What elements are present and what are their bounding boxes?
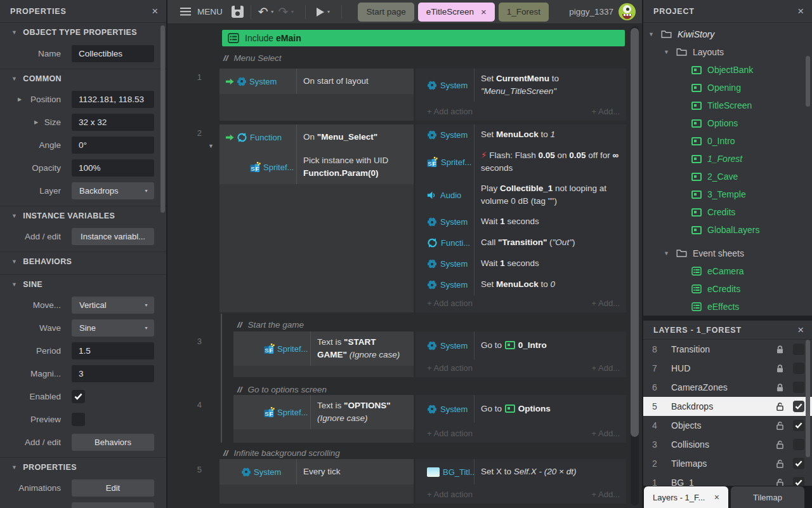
layer-row[interactable]: 2 Tilemaps: [643, 454, 812, 473]
action-row[interactable]: Audio Play Collectible_1 not looping at …: [416, 178, 626, 211]
tab-1-forest[interactable]: 1_Forest: [499, 3, 549, 22]
tree-item[interactable]: ▼ KiwiStory: [643, 25, 812, 43]
condition-row[interactable]: SF Spritef... Text is "OPTIONS" (Ignore …: [233, 395, 414, 429]
layer-row[interactable]: 7 HUD: [643, 359, 812, 378]
lock-icon[interactable]: [772, 402, 787, 411]
close-tab-icon[interactable]: ×: [481, 6, 487, 17]
comment[interactable]: //Start the game: [237, 320, 304, 330]
action-row[interactable]: SF Spritef... ⚡ Flash: Flash 0.05 on 0.0…: [416, 145, 626, 178]
action-row[interactable]: System Set CurrentMenu to "Menu_TitleScr…: [416, 69, 626, 102]
comment[interactable]: //Infinite background scrolling: [223, 448, 340, 458]
period-input[interactable]: [72, 342, 154, 359]
collapse-event-icon[interactable]: ▼: [208, 143, 214, 149]
visibility-checkbox[interactable]: [793, 477, 804, 486]
tree-item[interactable]: ▼ Event sheets: [643, 244, 812, 262]
avatar[interactable]: [619, 3, 636, 20]
position-input[interactable]: [72, 91, 154, 108]
magnitude-input[interactable]: [72, 365, 154, 382]
enabled-checkbox[interactable]: [72, 390, 85, 403]
tree-item[interactable]: ▼ Options: [643, 114, 812, 132]
project-scrollbar[interactable]: [806, 56, 810, 107]
action-row[interactable]: System Set MenuLock to 0: [416, 274, 626, 295]
preview-checkbox[interactable]: [72, 413, 85, 426]
lock-icon[interactable]: [772, 421, 787, 431]
name-input[interactable]: [72, 45, 154, 62]
preview-play-icon[interactable]: [317, 8, 324, 17]
close-icon[interactable]: ×: [797, 5, 804, 18]
tree-item[interactable]: ▼ eCredits: [643, 280, 812, 298]
animations-edit-button[interactable]: Edit: [72, 479, 154, 497]
hamburger-menu-icon[interactable]: [180, 8, 191, 16]
action-row[interactable]: System Set MenuLock to 1: [416, 124, 626, 145]
visibility-checkbox[interactable]: [793, 344, 804, 355]
add-action-link[interactable]: + Add action: [427, 107, 473, 116]
layer-row[interactable]: 5 Backdrops: [643, 397, 812, 416]
tree-item[interactable]: ▼ Opening: [643, 79, 812, 97]
properties-scrollbar[interactable]: [160, 25, 165, 213]
tree-item[interactable]: ▼ GlobalLayers: [643, 221, 812, 239]
section-sine[interactable]: ▼ SINE: [0, 274, 166, 293]
expand-right-icon[interactable]: ▶: [18, 97, 22, 102]
expand-arrow-icon[interactable]: ▼: [648, 31, 656, 37]
tree-item[interactable]: ▼ eCamera: [643, 262, 812, 280]
add-action-link[interactable]: + Add action: [427, 298, 473, 308]
include-event-sheet-banner[interactable]: Include eMain: [222, 30, 625, 46]
comment[interactable]: //Go to options screen: [237, 385, 327, 394]
instance-variables-button[interactable]: Instance variabl...: [72, 228, 154, 245]
movement-dropdown[interactable]: Vertical ▼: [72, 297, 154, 314]
add-action-link[interactable]: + Add action: [427, 429, 473, 438]
menu-button[interactable]: MENU: [197, 7, 223, 17]
undo-icon[interactable]: ↶: [258, 6, 268, 18]
add-link[interactable]: + Add...: [592, 363, 620, 373]
layer-row[interactable]: 1 BG_1: [643, 473, 812, 486]
play-dropdown-icon[interactable]: ▼: [326, 10, 331, 14]
behaviors-button[interactable]: Behaviors: [72, 434, 154, 451]
add-action-link[interactable]: + Add action: [427, 490, 473, 499]
section-common[interactable]: ▼ COMMON: [0, 69, 166, 88]
add-link[interactable]: + Add...: [592, 298, 620, 308]
add-action-link[interactable]: + Add action: [427, 363, 473, 373]
tree-item[interactable]: ▼ 1_Forest: [643, 150, 812, 168]
tree-item[interactable]: ▼ 2_Cave: [643, 168, 812, 185]
tree-item[interactable]: ▼ 0_Intro: [643, 132, 812, 150]
condition-row[interactable]: System On start of layout: [219, 69, 414, 94]
action-row[interactable]: BG_Titl... Set X to Self.X - (20 × dt): [416, 459, 626, 485]
event-sheet-scrollbar-thumb[interactable]: [631, 28, 639, 437]
visibility-checkbox[interactable]: [793, 420, 804, 431]
opacity-input[interactable]: [72, 159, 154, 177]
layers-scrollbar[interactable]: [806, 340, 810, 457]
tree-item[interactable]: ▼ TitleScreen: [643, 97, 812, 114]
tab-start-page[interactable]: Start page: [358, 3, 414, 22]
layer-row[interactable]: 3 Collisions: [643, 435, 812, 454]
action-row[interactable]: System Go to Options: [416, 395, 626, 423]
layer-row[interactable]: 6 CameraZones: [643, 378, 812, 397]
tree-item[interactable]: ▼ Credits: [643, 203, 812, 221]
lock-icon[interactable]: [772, 364, 787, 373]
lock-icon[interactable]: [772, 478, 787, 486]
visibility-checkbox[interactable]: [793, 382, 804, 393]
condition-row[interactable]: SF Spritef... Pick instance with UID Fun…: [219, 150, 414, 184]
tab-etitlescreen[interactable]: eTitleScreen ×: [418, 3, 495, 22]
condition-row[interactable]: SF Spritef... Text is "START GAME" (Igno…: [233, 331, 414, 366]
close-icon[interactable]: ×: [152, 5, 159, 18]
action-row[interactable]: System Wait 1 seconds: [416, 211, 626, 232]
action-row[interactable]: Functi... Call "Transition" ("Out"): [416, 232, 626, 253]
lock-icon[interactable]: [772, 345, 787, 354]
angle-input[interactable]: [72, 137, 154, 154]
partial-button[interactable]: [72, 502, 154, 508]
section-behaviors[interactable]: ▼ BEHAVIORS: [0, 251, 166, 271]
add-link[interactable]: + Add...: [592, 107, 620, 116]
lock-icon[interactable]: [772, 440, 787, 450]
wave-dropdown[interactable]: Sine ▼: [72, 319, 154, 337]
tree-item[interactable]: ▼ ObjectBank: [643, 61, 812, 79]
section-object-type-properties[interactable]: ▼ OBJECT TYPE PROPERTIES: [0, 23, 166, 42]
lock-icon[interactable]: [772, 383, 787, 392]
visibility-checkbox[interactable]: [793, 363, 804, 374]
tree-item[interactable]: ▼ eEffects: [643, 298, 812, 316]
visibility-checkbox[interactable]: [793, 439, 804, 450]
condition-row[interactable]: Function On "Menu_Select": [219, 124, 414, 150]
layer-row[interactable]: 8 Transition: [643, 340, 812, 359]
section-properties[interactable]: ▼ PROPERTIES: [0, 457, 166, 476]
close-tab-icon[interactable]: ×: [714, 492, 719, 502]
tab-tilemap[interactable]: Tilemap: [731, 486, 804, 508]
